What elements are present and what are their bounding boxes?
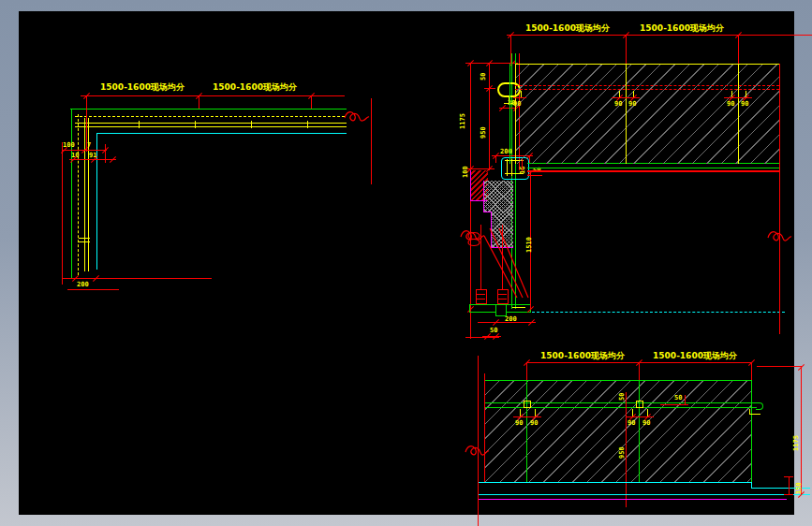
panel-joint-mark	[195, 121, 196, 128]
dimension-label: 1500-1600现场均分	[100, 82, 185, 92]
dimension-label: 50	[490, 327, 497, 334]
panel-top-line	[515, 64, 779, 65]
extension-line	[626, 35, 627, 64]
extension-line	[751, 362, 752, 380]
dimension-label: 90	[727, 100, 734, 108]
dimension-line	[626, 392, 627, 507]
dimension-label: 100	[462, 166, 469, 178]
dimension-line	[67, 289, 119, 290]
waterproof-line	[478, 499, 787, 500]
anchor-bolt	[497, 294, 507, 295]
panel-joint-mark	[79, 238, 90, 239]
mullion-line	[639, 380, 640, 482]
extension-line	[105, 144, 106, 163]
dimension-label: 50	[618, 393, 626, 401]
panel-joint-mark	[307, 121, 308, 128]
mullion-line	[626, 64, 627, 164]
curb-outline	[470, 170, 471, 201]
dimension-label: 1500-1600现场均分	[640, 23, 724, 33]
concrete-outline	[491, 212, 492, 248]
panel-top-line	[485, 380, 751, 381]
dimension-label: 90	[530, 419, 538, 427]
concrete-hatch	[484, 181, 513, 212]
extension-line	[757, 366, 801, 367]
wall-outer-line	[70, 109, 347, 110]
dimension-line	[789, 476, 790, 494]
ground-line	[62, 278, 212, 279]
anchor-bolt	[476, 294, 485, 295]
anchor-rod	[480, 225, 481, 290]
extension-line	[484, 373, 485, 482]
panel-joint-mark	[79, 241, 90, 242]
anchor-bolt	[497, 299, 507, 300]
dimension-line	[507, 35, 812, 36]
panel-joint-mark	[139, 121, 140, 128]
extension-line	[62, 142, 63, 285]
dimension-label: 90	[642, 419, 650, 427]
dimension-line	[784, 476, 793, 477]
anchor-rod	[502, 225, 503, 290]
break-line	[371, 98, 372, 184]
dimension-label: 50	[674, 394, 682, 402]
dimension-label: 90	[628, 100, 636, 108]
drawing-canvas[interactable]: 1500-1600现场均分 1500-1600现场均分 100 7 10 91 …	[19, 11, 794, 515]
extension-line	[510, 35, 511, 64]
concrete-outline	[484, 212, 492, 212]
dimension-label: 90	[614, 100, 622, 108]
rail-connector	[636, 401, 643, 408]
base-shoe-profile	[469, 304, 530, 305]
slab-edge-line	[478, 482, 751, 483]
dimension-line	[801, 366, 802, 494]
handrail-hidden-line	[515, 85, 779, 86]
handrail-hidden-line	[515, 89, 779, 90]
extension-line	[685, 395, 686, 404]
frame-profile-line	[84, 118, 85, 271]
anchor-bolt	[497, 289, 509, 304]
extension-line	[495, 155, 496, 163]
dimension-label: 16	[519, 167, 526, 174]
dimension-label: 1500-1600现场均分	[213, 82, 297, 92]
anchor-bolt	[476, 299, 485, 300]
wall-centerline	[78, 114, 79, 275]
break-symbol-icon	[345, 112, 369, 121]
dimension-label: 90	[627, 419, 635, 427]
dimension-label: 1500-1600现场均分	[525, 23, 610, 33]
mullion-line	[738, 64, 739, 164]
dimension-label: 1500-1600现场均分	[540, 351, 625, 360]
rail-connector	[524, 401, 531, 408]
dimension-line	[660, 404, 688, 405]
slab-edge-line	[478, 494, 810, 495]
handrail-end-cap	[756, 402, 763, 410]
concrete-outline	[483, 181, 484, 212]
dimension-label: 1175	[792, 435, 800, 451]
extension-line	[311, 95, 312, 109]
base-shoe-profile	[512, 307, 525, 308]
dimension-label: 200	[77, 281, 89, 288]
wall-centerline	[75, 116, 345, 117]
rail-plan-line	[527, 170, 779, 172]
panel-edge-line	[515, 64, 516, 164]
floor-line	[532, 312, 785, 313]
dimension-line	[612, 97, 640, 98]
dimension-line	[478, 356, 479, 526]
dimension-line	[513, 97, 526, 98]
dimension-label: 950	[618, 446, 626, 459]
dimension-line	[724, 97, 752, 98]
dimension-label: 200	[505, 315, 517, 323]
dimension-label: 1510	[525, 237, 533, 253]
panel-edge-line	[509, 64, 510, 164]
ground-line	[465, 337, 499, 338]
dimension-label: 90	[741, 100, 748, 108]
dimension-label: 950	[480, 126, 487, 139]
extension-line	[199, 95, 199, 109]
dimension-label: 50	[480, 73, 487, 80]
extension-line	[738, 35, 739, 64]
dimension-label: 150	[795, 482, 803, 494]
base-shoe-profile	[469, 312, 495, 313]
wall-inner-line	[97, 133, 347, 134]
boundary-line	[779, 64, 780, 334]
extension-line	[526, 362, 527, 380]
dimension-line	[81, 95, 345, 96]
dimension-label: 1500-1600现场均分	[653, 351, 737, 360]
mullion-line	[751, 380, 752, 482]
